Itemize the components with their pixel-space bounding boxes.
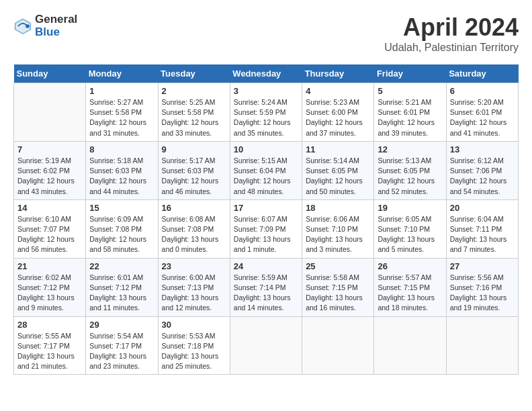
- calendar-title: April 2024: [384, 13, 519, 42]
- day-info: Sunrise: 5:20 AM Sunset: 6:01 PM Dayligh…: [450, 97, 515, 138]
- day-info: Sunrise: 5:56 AM Sunset: 7:16 PM Dayligh…: [450, 273, 515, 314]
- day-info: Sunrise: 5:24 AM Sunset: 5:59 PM Dayligh…: [234, 97, 298, 138]
- calendar-cell: 20Sunrise: 6:04 AM Sunset: 7:11 PM Dayli…: [446, 199, 518, 258]
- day-number: 8: [89, 144, 154, 154]
- day-info: Sunrise: 5:14 AM Sunset: 6:05 PM Dayligh…: [306, 156, 370, 197]
- day-info: Sunrise: 5:13 AM Sunset: 6:05 PM Dayligh…: [378, 156, 442, 197]
- calendar-subtitle: Udalah, Palestinian Territory: [384, 42, 519, 54]
- calendar-cell: 24Sunrise: 5:59 AM Sunset: 7:14 PM Dayli…: [230, 258, 302, 316]
- logo-icon: [13, 17, 32, 36]
- header-cell-saturday: Saturday: [446, 64, 518, 83]
- day-number: 17: [234, 203, 298, 213]
- day-info: Sunrise: 6:00 AM Sunset: 7:13 PM Dayligh…: [162, 273, 226, 314]
- day-number: 11: [306, 144, 370, 154]
- calendar-cell: 12Sunrise: 5:13 AM Sunset: 6:05 PM Dayli…: [374, 141, 446, 199]
- day-info: Sunrise: 5:23 AM Sunset: 6:00 PM Dayligh…: [306, 97, 370, 138]
- calendar-cell: 30Sunrise: 5:53 AM Sunset: 7:18 PM Dayli…: [158, 316, 230, 375]
- day-info: Sunrise: 6:06 AM Sunset: 7:10 PM Dayligh…: [306, 214, 370, 255]
- calendar-header-row: SundayMondayTuesdayWednesdayThursdayFrid…: [14, 64, 519, 83]
- title-area: April 2024 Udalah, Palestinian Territory: [384, 13, 519, 54]
- calendar-cell: [14, 83, 86, 142]
- calendar-cell: 10Sunrise: 5:15 AM Sunset: 6:04 PM Dayli…: [230, 141, 302, 199]
- calendar-cell: 25Sunrise: 5:58 AM Sunset: 7:15 PM Dayli…: [302, 258, 374, 316]
- day-number: 26: [378, 261, 442, 271]
- calendar-cell: 3Sunrise: 5:24 AM Sunset: 5:59 PM Daylig…: [230, 83, 302, 142]
- day-number: 1: [89, 86, 154, 96]
- calendar-cell: 29Sunrise: 5:54 AM Sunset: 7:17 PM Dayli…: [86, 316, 158, 375]
- logo-text: General Blue: [35, 13, 77, 38]
- day-number: 4: [306, 86, 370, 96]
- header-cell-sunday: Sunday: [14, 64, 86, 83]
- calendar-cell: 16Sunrise: 6:08 AM Sunset: 7:08 PM Dayli…: [158, 199, 230, 258]
- day-info: Sunrise: 5:25 AM Sunset: 5:58 PM Dayligh…: [162, 97, 226, 138]
- calendar-cell: 17Sunrise: 6:07 AM Sunset: 7:09 PM Dayli…: [230, 199, 302, 258]
- day-number: 23: [162, 261, 226, 271]
- day-number: 25: [306, 261, 370, 271]
- day-number: 12: [378, 144, 442, 154]
- day-number: 13: [450, 144, 515, 154]
- day-info: Sunrise: 6:10 AM Sunset: 7:07 PM Dayligh…: [17, 214, 82, 255]
- calendar-cell: 28Sunrise: 5:55 AM Sunset: 7:17 PM Dayli…: [14, 316, 86, 375]
- day-number: 28: [17, 320, 82, 330]
- calendar-cell: [230, 316, 302, 375]
- day-info: Sunrise: 5:54 AM Sunset: 7:17 PM Dayligh…: [89, 331, 154, 372]
- day-info: Sunrise: 5:59 AM Sunset: 7:14 PM Dayligh…: [234, 273, 298, 314]
- calendar-cell: 6Sunrise: 5:20 AM Sunset: 6:01 PM Daylig…: [446, 83, 518, 142]
- day-info: Sunrise: 5:18 AM Sunset: 6:03 PM Dayligh…: [89, 156, 154, 197]
- calendar-cell: 18Sunrise: 6:06 AM Sunset: 7:10 PM Dayli…: [302, 199, 374, 258]
- day-info: Sunrise: 6:08 AM Sunset: 7:08 PM Dayligh…: [162, 214, 226, 255]
- day-number: 7: [17, 144, 82, 154]
- calendar-cell: [302, 316, 374, 375]
- header-cell-friday: Friday: [374, 64, 446, 83]
- day-info: Sunrise: 6:07 AM Sunset: 7:09 PM Dayligh…: [234, 214, 298, 255]
- day-info: Sunrise: 5:57 AM Sunset: 7:15 PM Dayligh…: [378, 273, 442, 314]
- day-info: Sunrise: 5:27 AM Sunset: 5:58 PM Dayligh…: [89, 97, 154, 138]
- calendar-cell: 14Sunrise: 6:10 AM Sunset: 7:07 PM Dayli…: [14, 199, 86, 258]
- day-number: 14: [17, 203, 82, 213]
- svg-point-2: [26, 24, 30, 28]
- header-cell-tuesday: Tuesday: [158, 64, 230, 83]
- day-info: Sunrise: 6:05 AM Sunset: 7:10 PM Dayligh…: [378, 214, 442, 255]
- calendar-table: SundayMondayTuesdayWednesdayThursdayFrid…: [13, 64, 519, 375]
- header-cell-thursday: Thursday: [302, 64, 374, 83]
- calendar-cell: 8Sunrise: 5:18 AM Sunset: 6:03 PM Daylig…: [86, 141, 158, 199]
- calendar-cell: 23Sunrise: 6:00 AM Sunset: 7:13 PM Dayli…: [158, 258, 230, 316]
- day-number: 30: [162, 320, 226, 330]
- day-number: 22: [89, 261, 154, 271]
- calendar-cell: [374, 316, 446, 375]
- day-info: Sunrise: 6:02 AM Sunset: 7:12 PM Dayligh…: [17, 273, 82, 314]
- day-info: Sunrise: 6:09 AM Sunset: 7:08 PM Dayligh…: [89, 214, 154, 255]
- day-info: Sunrise: 5:53 AM Sunset: 7:18 PM Dayligh…: [162, 331, 226, 372]
- header-cell-wednesday: Wednesday: [230, 64, 302, 83]
- calendar-cell: 27Sunrise: 5:56 AM Sunset: 7:16 PM Dayli…: [446, 258, 518, 316]
- day-info: Sunrise: 5:19 AM Sunset: 6:02 PM Dayligh…: [17, 156, 82, 197]
- calendar-cell: [446, 316, 518, 375]
- calendar-cell: 4Sunrise: 5:23 AM Sunset: 6:00 PM Daylig…: [302, 83, 374, 142]
- day-info: Sunrise: 5:15 AM Sunset: 6:04 PM Dayligh…: [234, 156, 298, 197]
- day-number: 16: [162, 203, 226, 213]
- calendar-cell: 7Sunrise: 5:19 AM Sunset: 6:02 PM Daylig…: [14, 141, 86, 199]
- day-number: 18: [306, 203, 370, 213]
- header-cell-monday: Monday: [86, 64, 158, 83]
- calendar-cell: 15Sunrise: 6:09 AM Sunset: 7:08 PM Dayli…: [86, 199, 158, 258]
- day-number: 9: [162, 144, 226, 154]
- calendar-cell: 1Sunrise: 5:27 AM Sunset: 5:58 PM Daylig…: [86, 83, 158, 142]
- calendar-cell: 13Sunrise: 6:12 AM Sunset: 7:06 PM Dayli…: [446, 141, 518, 199]
- day-info: Sunrise: 5:55 AM Sunset: 7:17 PM Dayligh…: [17, 331, 82, 372]
- day-number: 24: [234, 261, 298, 271]
- day-info: Sunrise: 6:12 AM Sunset: 7:06 PM Dayligh…: [450, 156, 515, 197]
- day-number: 19: [378, 203, 442, 213]
- day-number: 5: [378, 86, 442, 96]
- day-number: 21: [17, 261, 82, 271]
- calendar-week-1: 1Sunrise: 5:27 AM Sunset: 5:58 PM Daylig…: [14, 83, 519, 142]
- day-info: Sunrise: 5:58 AM Sunset: 7:15 PM Dayligh…: [306, 273, 370, 314]
- calendar-cell: 2Sunrise: 5:25 AM Sunset: 5:58 PM Daylig…: [158, 83, 230, 142]
- day-number: 2: [162, 86, 226, 96]
- calendar-week-5: 28Sunrise: 5:55 AM Sunset: 7:17 PM Dayli…: [14, 316, 519, 375]
- calendar-cell: 26Sunrise: 5:57 AM Sunset: 7:15 PM Dayli…: [374, 258, 446, 316]
- day-info: Sunrise: 5:17 AM Sunset: 6:03 PM Dayligh…: [162, 156, 226, 197]
- day-number: 20: [450, 203, 515, 213]
- day-number: 27: [450, 261, 515, 271]
- calendar-cell: 9Sunrise: 5:17 AM Sunset: 6:03 PM Daylig…: [158, 141, 230, 199]
- day-number: 10: [234, 144, 298, 154]
